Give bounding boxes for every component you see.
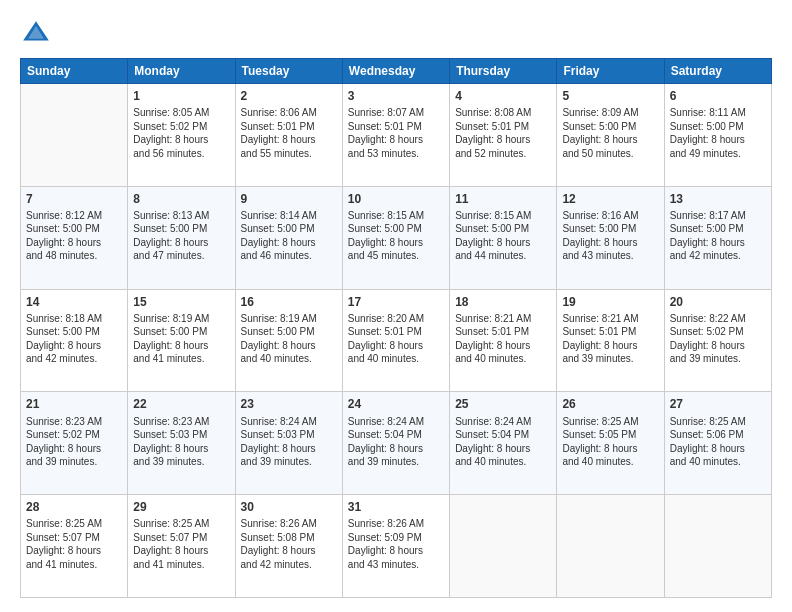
day-info: and 43 minutes. [348, 558, 444, 572]
day-info: Sunset: 5:01 PM [455, 120, 551, 134]
day-info: Sunrise: 8:15 AM [348, 209, 444, 223]
day-info: Daylight: 8 hours [348, 339, 444, 353]
day-info: Sunset: 5:00 PM [562, 222, 658, 236]
day-info: Sunrise: 8:25 AM [133, 517, 229, 531]
weekday-header-cell: Wednesday [342, 59, 449, 84]
logo [20, 18, 56, 50]
day-number: 12 [562, 191, 658, 207]
day-info: Daylight: 8 hours [241, 544, 337, 558]
day-number: 1 [133, 88, 229, 104]
day-info: Daylight: 8 hours [348, 544, 444, 558]
day-info: Daylight: 8 hours [133, 236, 229, 250]
day-info: Sunrise: 8:18 AM [26, 312, 122, 326]
day-info: Sunrise: 8:25 AM [670, 415, 766, 429]
day-info: Sunset: 5:03 PM [133, 428, 229, 442]
calendar-cell: 8Sunrise: 8:13 AMSunset: 5:00 PMDaylight… [128, 186, 235, 289]
day-info: Sunrise: 8:06 AM [241, 106, 337, 120]
day-info: Daylight: 8 hours [241, 339, 337, 353]
day-info: and 41 minutes. [133, 352, 229, 366]
day-info: and 42 minutes. [670, 249, 766, 263]
day-info: Daylight: 8 hours [348, 442, 444, 456]
day-number: 23 [241, 396, 337, 412]
calendar-cell: 11Sunrise: 8:15 AMSunset: 5:00 PMDayligh… [450, 186, 557, 289]
day-info: Daylight: 8 hours [241, 236, 337, 250]
day-info: and 56 minutes. [133, 147, 229, 161]
day-info: and 40 minutes. [562, 455, 658, 469]
day-info: Sunset: 5:01 PM [348, 120, 444, 134]
day-info: Sunset: 5:00 PM [133, 325, 229, 339]
day-number: 10 [348, 191, 444, 207]
day-info: Daylight: 8 hours [26, 236, 122, 250]
day-info: Daylight: 8 hours [562, 442, 658, 456]
calendar-cell: 27Sunrise: 8:25 AMSunset: 5:06 PMDayligh… [664, 392, 771, 495]
day-number: 30 [241, 499, 337, 515]
day-info: Daylight: 8 hours [562, 339, 658, 353]
day-info: Sunset: 5:02 PM [670, 325, 766, 339]
calendar-cell: 30Sunrise: 8:26 AMSunset: 5:08 PMDayligh… [235, 495, 342, 598]
calendar-table: SundayMondayTuesdayWednesdayThursdayFrid… [20, 58, 772, 598]
calendar-cell: 17Sunrise: 8:20 AMSunset: 5:01 PMDayligh… [342, 289, 449, 392]
day-info: and 47 minutes. [133, 249, 229, 263]
calendar-body: 1Sunrise: 8:05 AMSunset: 5:02 PMDaylight… [21, 84, 772, 598]
day-number: 25 [455, 396, 551, 412]
calendar-cell: 19Sunrise: 8:21 AMSunset: 5:01 PMDayligh… [557, 289, 664, 392]
day-info: Sunrise: 8:20 AM [348, 312, 444, 326]
day-info: Sunset: 5:01 PM [455, 325, 551, 339]
day-info: Sunrise: 8:23 AM [133, 415, 229, 429]
day-info: Daylight: 8 hours [348, 133, 444, 147]
day-info: and 50 minutes. [562, 147, 658, 161]
day-number: 15 [133, 294, 229, 310]
day-info: Sunrise: 8:14 AM [241, 209, 337, 223]
day-info: and 39 minutes. [670, 352, 766, 366]
day-number: 5 [562, 88, 658, 104]
day-info: Sunrise: 8:12 AM [26, 209, 122, 223]
day-info: and 40 minutes. [455, 352, 551, 366]
day-number: 20 [670, 294, 766, 310]
day-number: 2 [241, 88, 337, 104]
day-number: 24 [348, 396, 444, 412]
day-number: 22 [133, 396, 229, 412]
day-info: and 52 minutes. [455, 147, 551, 161]
weekday-header-cell: Thursday [450, 59, 557, 84]
calendar-cell [664, 495, 771, 598]
day-info: Daylight: 8 hours [670, 236, 766, 250]
day-info: Sunrise: 8:24 AM [348, 415, 444, 429]
weekday-header-cell: Tuesday [235, 59, 342, 84]
day-info: Sunrise: 8:08 AM [455, 106, 551, 120]
calendar-week-row: 14Sunrise: 8:18 AMSunset: 5:00 PMDayligh… [21, 289, 772, 392]
day-info: Sunrise: 8:11 AM [670, 106, 766, 120]
day-info: and 44 minutes. [455, 249, 551, 263]
day-info: Sunset: 5:08 PM [241, 531, 337, 545]
day-number: 3 [348, 88, 444, 104]
day-info: and 40 minutes. [455, 455, 551, 469]
calendar-cell: 2Sunrise: 8:06 AMSunset: 5:01 PMDaylight… [235, 84, 342, 187]
calendar-cell: 15Sunrise: 8:19 AMSunset: 5:00 PMDayligh… [128, 289, 235, 392]
day-info: and 40 minutes. [670, 455, 766, 469]
calendar-cell: 6Sunrise: 8:11 AMSunset: 5:00 PMDaylight… [664, 84, 771, 187]
header [20, 18, 772, 50]
calendar-cell: 10Sunrise: 8:15 AMSunset: 5:00 PMDayligh… [342, 186, 449, 289]
day-info: Sunset: 5:03 PM [241, 428, 337, 442]
day-info: and 53 minutes. [348, 147, 444, 161]
weekday-header-row: SundayMondayTuesdayWednesdayThursdayFrid… [21, 59, 772, 84]
day-info: and 41 minutes. [26, 558, 122, 572]
day-info: and 43 minutes. [562, 249, 658, 263]
day-info: Sunset: 5:01 PM [241, 120, 337, 134]
day-number: 17 [348, 294, 444, 310]
day-info: Sunset: 5:07 PM [133, 531, 229, 545]
calendar-cell: 20Sunrise: 8:22 AMSunset: 5:02 PMDayligh… [664, 289, 771, 392]
calendar-cell: 26Sunrise: 8:25 AMSunset: 5:05 PMDayligh… [557, 392, 664, 495]
day-number: 28 [26, 499, 122, 515]
day-number: 19 [562, 294, 658, 310]
day-info: and 46 minutes. [241, 249, 337, 263]
day-info: Daylight: 8 hours [133, 133, 229, 147]
day-info: and 41 minutes. [133, 558, 229, 572]
day-info: and 39 minutes. [562, 352, 658, 366]
day-info: Sunset: 5:01 PM [562, 325, 658, 339]
calendar-week-row: 1Sunrise: 8:05 AMSunset: 5:02 PMDaylight… [21, 84, 772, 187]
day-info: Daylight: 8 hours [348, 236, 444, 250]
calendar-cell: 18Sunrise: 8:21 AMSunset: 5:01 PMDayligh… [450, 289, 557, 392]
day-info: Sunrise: 8:21 AM [562, 312, 658, 326]
weekday-header-cell: Sunday [21, 59, 128, 84]
day-info: Sunset: 5:00 PM [670, 120, 766, 134]
